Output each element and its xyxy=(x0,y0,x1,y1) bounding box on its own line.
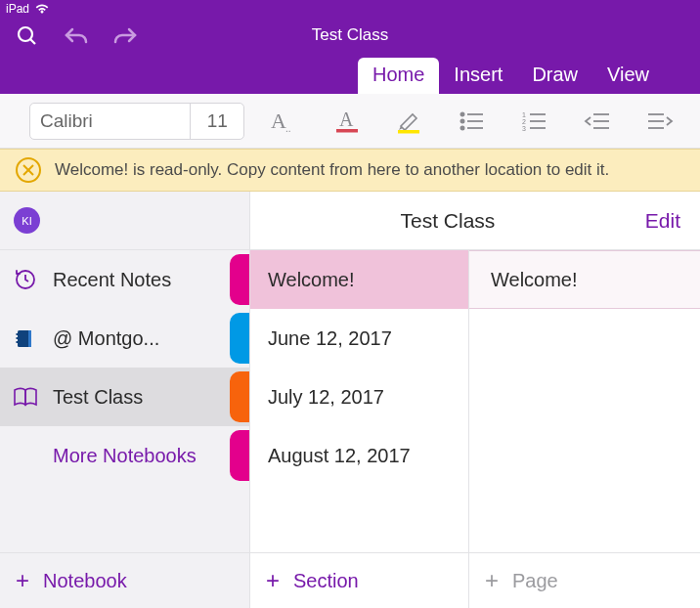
redo-icon[interactable] xyxy=(111,22,139,50)
edit-button[interactable]: Edit xyxy=(645,209,700,233)
svg-point-11 xyxy=(461,126,464,129)
notebook-item-label: Test Class xyxy=(53,386,143,409)
tab-draw[interactable]: Draw xyxy=(517,58,592,94)
notebook-item-montgomery[interactable]: @ Montgo... xyxy=(0,309,249,368)
notebook-title: Test Class xyxy=(250,209,645,233)
indent-icon[interactable] xyxy=(637,102,682,141)
notebook-item-testclass[interactable]: Test Class xyxy=(0,368,249,426)
tab-view[interactable]: View xyxy=(592,58,664,94)
add-notebook-label: Notebook xyxy=(43,570,127,592)
svg-text:1: 1 xyxy=(522,111,526,118)
close-banner-icon[interactable] xyxy=(16,157,41,183)
ios-status-bar: iPad xyxy=(0,0,700,18)
highlight-icon[interactable] xyxy=(387,102,432,141)
svg-rect-32 xyxy=(17,341,20,343)
tab-insert[interactable]: Insert xyxy=(439,58,517,94)
plus-icon: + xyxy=(16,567,29,594)
more-notebooks-item[interactable]: More Notebooks xyxy=(0,426,249,485)
notebook-column: Recent Notes @ Montgo... Test Class More… xyxy=(0,250,250,552)
font-name-field[interactable]: Calibri xyxy=(30,104,191,139)
ribbon-toolbar: Calibri 11 A.. A 123 xyxy=(0,94,700,149)
svg-line-1 xyxy=(30,39,35,44)
add-section-label: Section xyxy=(293,570,359,592)
add-page-label: Page xyxy=(512,570,558,592)
svg-point-7 xyxy=(461,112,464,115)
add-section-button[interactable]: + Section xyxy=(250,553,469,608)
svg-rect-29 xyxy=(28,330,31,347)
readonly-banner: Welcome! is read-only. Copy content from… xyxy=(0,149,700,192)
section-label: Welcome! xyxy=(268,269,355,291)
notebook-pane-header: KI xyxy=(0,192,250,249)
ribbon-tabs: Home Insert Draw View xyxy=(358,55,664,94)
svg-text:..: .. xyxy=(285,123,291,134)
font-color-icon[interactable]: A xyxy=(325,102,370,141)
undo-icon[interactable] xyxy=(63,22,90,50)
title-bar: Test Class Home Insert Draw View xyxy=(0,18,700,94)
section-label: June 12, 2017 xyxy=(268,327,392,350)
font-size-field[interactable]: 11 xyxy=(191,104,243,139)
section-item-welcome[interactable]: Welcome! xyxy=(250,250,468,309)
page-label: Welcome! xyxy=(491,269,578,291)
notebook-icon xyxy=(12,327,39,349)
page-column: Welcome! xyxy=(469,250,700,552)
svg-point-0 xyxy=(19,27,32,41)
text-format-icon[interactable]: A.. xyxy=(262,102,307,141)
section-column: Welcome! June 12, 2017 July 12, 2017 Aug… xyxy=(250,250,469,552)
columns-header: KI Test Class Edit xyxy=(0,192,700,250)
banner-text: Welcome! is read-only. Copy content from… xyxy=(55,160,609,180)
svg-rect-31 xyxy=(17,337,20,339)
svg-text:2: 2 xyxy=(522,118,526,125)
svg-text:A: A xyxy=(271,109,286,133)
color-stripe xyxy=(230,371,249,422)
user-avatar[interactable]: KI xyxy=(14,207,40,234)
section-item-jul12[interactable]: July 12, 2017 xyxy=(250,368,468,426)
page-item-welcome[interactable]: Welcome! xyxy=(469,250,700,309)
color-stripe xyxy=(230,313,249,364)
font-selector[interactable]: Calibri 11 xyxy=(29,103,244,140)
recent-notes-label: Recent Notes xyxy=(53,269,171,291)
svg-rect-6 xyxy=(398,130,419,134)
section-item-jun12[interactable]: June 12, 2017 xyxy=(250,309,468,368)
notebook-item-label: @ Montgo... xyxy=(53,327,159,350)
color-stripe xyxy=(230,430,249,481)
outdent-icon[interactable] xyxy=(575,102,620,141)
wifi-icon xyxy=(35,4,49,14)
bullet-list-icon[interactable] xyxy=(450,102,495,141)
section-item-aug12[interactable]: August 12, 2017 xyxy=(250,426,468,485)
svg-text:A: A xyxy=(339,109,354,130)
add-page-button[interactable]: + Page xyxy=(469,553,700,608)
numbered-list-icon[interactable]: 123 xyxy=(512,102,557,141)
device-label: iPad xyxy=(6,2,29,16)
notebook-open-icon xyxy=(12,386,39,408)
more-notebooks-label: More Notebooks xyxy=(53,445,197,467)
add-notebook-button[interactable]: + Notebook xyxy=(0,553,250,608)
tab-home[interactable]: Home xyxy=(358,58,439,94)
svg-point-9 xyxy=(461,119,464,122)
section-label: August 12, 2017 xyxy=(268,445,411,467)
svg-text:3: 3 xyxy=(522,125,526,132)
svg-rect-5 xyxy=(336,129,358,133)
svg-rect-30 xyxy=(17,333,20,335)
section-label: July 12, 2017 xyxy=(268,386,384,409)
add-row: + Notebook + Section + Page xyxy=(0,553,700,608)
plus-icon: + xyxy=(266,567,280,594)
color-stripe xyxy=(230,254,249,305)
recent-icon xyxy=(12,268,39,291)
plus-icon: + xyxy=(485,567,499,594)
three-pane-layout: Recent Notes @ Montgo... Test Class More… xyxy=(0,250,700,553)
recent-notes-item[interactable]: Recent Notes xyxy=(0,250,249,309)
search-icon[interactable] xyxy=(14,22,41,50)
